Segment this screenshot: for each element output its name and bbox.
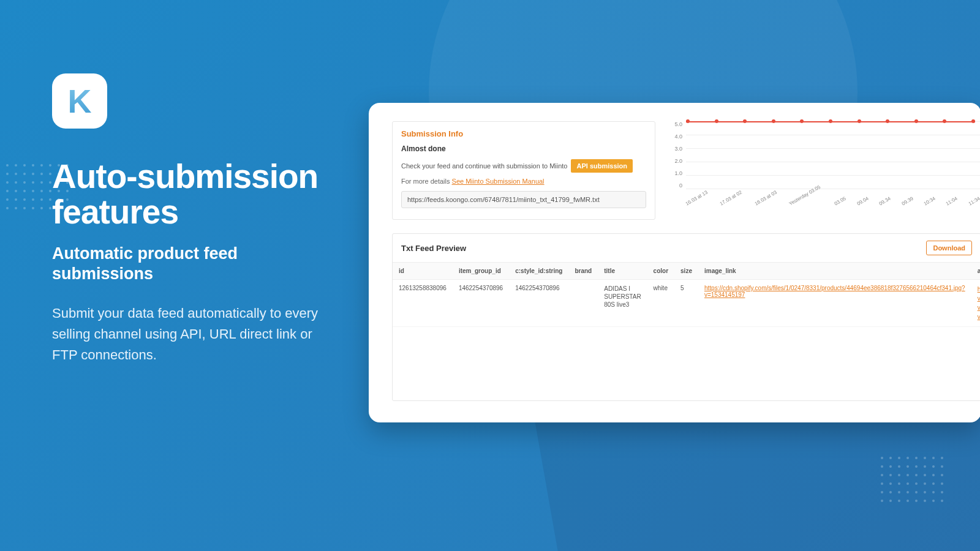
additional-image-link[interactable]: v=1534145197 — [978, 313, 980, 320]
cell-image-link: https://cdn.shopify.com/s/files/1/0247/8… — [698, 280, 971, 327]
additional-image-link[interactable]: v=1534145197 — [978, 304, 980, 311]
col-item-group: item_group_id — [453, 263, 509, 280]
cell-title: ADIDAS I SUPERSTAR 80S live3 — [598, 280, 647, 327]
marketing-column: K Auto-submission features Automatic pro… — [52, 73, 340, 365]
logo-tile: K — [52, 73, 107, 129]
details-row: For more details See Miinto Submission M… — [401, 178, 646, 185]
feed-url-input[interactable] — [401, 191, 646, 208]
col-title: title — [598, 263, 647, 280]
additional-image-link[interactable]: https://cdn.shop — [978, 286, 980, 293]
col-additional-image: additional_image — [971, 263, 980, 280]
cell-id: 12613258838096 — [393, 280, 453, 327]
cell-item-group: 1462254370896 — [453, 280, 509, 327]
details-prefix: For more details — [401, 178, 450, 185]
cell-color: white — [647, 280, 674, 327]
app-window: Submission Info Almost done Check your f… — [369, 103, 980, 422]
body-text: Submit your data feed automatically to e… — [52, 303, 340, 365]
chart-series-points — [686, 119, 975, 123]
chart-area: 5.0 4.0 3.0 2.0 1.0 0 — [670, 121, 980, 220]
submission-info-title: Submission Info — [401, 129, 646, 138]
manual-link[interactable]: See Miinto Submission Manual — [452, 178, 545, 185]
table-row: 12613258838096 1462254370896 14622543708… — [393, 280, 980, 327]
api-submission-button[interactable]: API submission — [571, 159, 633, 173]
cell-size: 5 — [674, 280, 698, 327]
subheadline: Automatic product feed submissions — [52, 244, 340, 285]
col-color: color — [647, 263, 674, 280]
chart-gridlines — [686, 121, 980, 189]
image-link[interactable]: https://cdn.shopify.com/s/files/1/0247/8… — [704, 285, 965, 298]
download-button[interactable]: Download — [926, 241, 972, 255]
table-header-row: id item_group_id c:style_id:string brand… — [393, 263, 980, 280]
headline: Auto-submission features — [52, 159, 340, 230]
check-text: Check your feed and continue with submis… — [401, 162, 567, 170]
col-style-id: c:style_id:string — [509, 263, 568, 280]
feed-preview-table: id item_group_id c:style_id:string brand… — [393, 263, 980, 400]
decorative-dots — [881, 457, 943, 502]
col-image-link: image_link — [698, 263, 971, 280]
chart-x-axis: 16.03 at 13 17.03 at 02 18.03 at 03 Yest… — [686, 201, 980, 207]
feed-preview-section: Txt Feed Preview Download id item_group_… — [392, 233, 980, 401]
submission-check-row: Check your feed and continue with submis… — [401, 159, 646, 173]
submission-chart: 5.0 4.0 3.0 2.0 1.0 0 — [670, 121, 980, 207]
logo-letter: K — [68, 82, 92, 120]
additional-image-link[interactable]: v=1534145197 — [978, 295, 980, 302]
chart-y-axis: 5.0 4.0 3.0 2.0 1.0 0 — [670, 121, 682, 189]
col-brand: brand — [568, 263, 598, 280]
col-size: size — [674, 263, 698, 280]
submission-info-card: Submission Info Almost done Check your f… — [392, 121, 655, 220]
cell-additional-image: https://cdn.shop v=1534145197 v=15341451… — [971, 280, 980, 327]
col-id: id — [393, 263, 453, 280]
cell-brand — [568, 280, 598, 327]
submission-status: Almost done — [401, 144, 646, 153]
cell-style-id: 1462254370896 — [509, 280, 568, 327]
feed-preview-title: Txt Feed Preview — [401, 244, 466, 253]
